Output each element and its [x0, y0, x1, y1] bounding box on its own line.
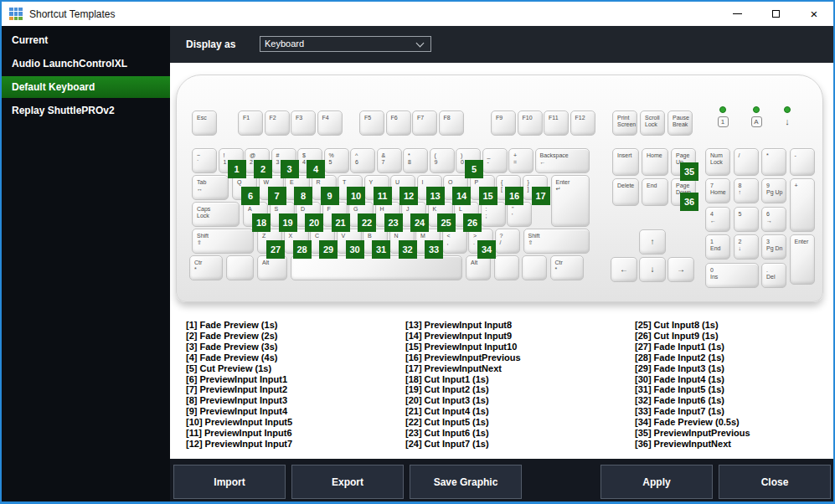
key-arrow-down[interactable]: ↓	[639, 257, 666, 282]
key-numpad-enter[interactable]: Enter	[790, 234, 815, 285]
key-arrow-right[interactable]: →	[667, 257, 694, 282]
key-o[interactable]: O14	[443, 175, 468, 200]
key-f10[interactable]: F10	[518, 111, 543, 136]
key-quote[interactable]: "'	[507, 202, 532, 227]
key-7[interactable]: &7	[377, 148, 402, 173]
key-menu[interactable]	[522, 255, 547, 280]
key-win-left[interactable]	[226, 255, 254, 280]
key-d[interactable]: D20	[296, 202, 321, 227]
key-f1[interactable]: F1	[238, 111, 263, 136]
key-enter[interactable]: Enter↵	[551, 175, 590, 227]
key-num-lock[interactable]: NumLock	[705, 148, 730, 176]
key-caps-lock[interactable]: CapsLock	[192, 202, 240, 227]
key-numpad-1[interactable]: 1End	[705, 234, 730, 260]
key-f11[interactable]: F11	[544, 111, 569, 136]
key-1[interactable]: !11	[219, 148, 244, 173]
key-e[interactable]: E8	[285, 175, 310, 200]
key-f8[interactable]: F8	[439, 111, 464, 136]
key-page-up[interactable]: PageUp35	[671, 148, 696, 176]
key-esc[interactable]: Esc	[192, 111, 217, 136]
key-n[interactable]: N32	[389, 229, 415, 254]
key-g[interactable]: G22	[348, 202, 374, 227]
key-equals[interactable]: +=	[508, 148, 533, 173]
close-button[interactable]: ×	[795, 2, 833, 26]
sidebar-item-default-keyboard[interactable]: Default Keyboard	[2, 76, 170, 98]
maximize-button[interactable]	[756, 2, 795, 26]
key-arrow-up[interactable]: ↑	[639, 229, 666, 255]
key-delete[interactable]: Delete	[612, 178, 639, 206]
key-scroll-lock[interactable]: ScrollLock	[640, 111, 665, 136]
export-button[interactable]: Export	[291, 465, 404, 499]
key-backspace[interactable]: Backspace←	[535, 148, 590, 173]
key-f9[interactable]: F9	[491, 111, 516, 136]
key-f6[interactable]: F6	[386, 111, 411, 136]
key-f7[interactable]: F7	[412, 111, 437, 136]
key-t[interactable]: T10	[338, 175, 363, 200]
key-f3[interactable]: F3	[291, 111, 316, 136]
key-tab[interactable]: Tab↔	[192, 175, 229, 200]
key-9[interactable]: (9	[430, 148, 455, 173]
key-s[interactable]: S19	[270, 202, 295, 227]
save-graphic-button[interactable]: Save Graphic	[410, 465, 522, 499]
key-l[interactable]: L26	[454, 202, 479, 227]
key-end[interactable]: End	[642, 178, 668, 206]
key-shift-right[interactable]: Shift⇧	[523, 229, 590, 254]
key-numpad-4[interactable]: 4←	[705, 207, 730, 232]
key-i[interactable]: I13	[417, 175, 442, 200]
key-b[interactable]: B31	[363, 229, 388, 254]
key-0[interactable]: )05	[456, 148, 481, 173]
key-page-down[interactable]: PageDown36	[671, 178, 696, 206]
minimize-button[interactable]	[718, 2, 756, 26]
key-m[interactable]: M33	[415, 229, 441, 254]
key-ctrl-right[interactable]: Ctr*	[550, 255, 584, 280]
key-k[interactable]: K25	[428, 202, 453, 227]
key-x[interactable]: X28	[284, 229, 309, 254]
key-insert[interactable]: Insert	[612, 148, 639, 176]
key-numpad-9[interactable]: 9Pg Up	[761, 178, 786, 203]
key-ctrl-left[interactable]: Ctr*	[189, 255, 223, 280]
key-h[interactable]: H23	[375, 202, 400, 227]
key-bracket-right[interactable]: }]17	[523, 175, 548, 200]
key-numpad-7[interactable]: 7Home	[705, 178, 730, 203]
key-alt-left[interactable]: Alt	[257, 255, 287, 280]
key-v[interactable]: V30	[337, 229, 362, 254]
key-a[interactable]: A18	[243, 202, 268, 227]
key-w[interactable]: W7	[259, 175, 284, 200]
key-p[interactable]: P15	[470, 175, 495, 200]
key-win-right[interactable]	[494, 255, 519, 280]
key-4[interactable]: $44	[297, 148, 322, 173]
key-bracket-left[interactable]: {[16	[496, 175, 521, 200]
key-grave[interactable]: ~`	[192, 148, 217, 173]
key-space[interactable]	[291, 255, 462, 280]
key-numpad-subtract[interactable]: -	[790, 148, 815, 176]
key-y[interactable]: Y11	[364, 175, 389, 200]
key-numpad-3[interactable]: 3Pg Dn	[761, 234, 786, 260]
key-numpad-multiply[interactable]: *	[761, 148, 786, 176]
key-slash[interactable]: ?/	[495, 229, 520, 254]
key-semicolon[interactable]: :;	[481, 202, 506, 227]
key-r[interactable]: R9	[312, 175, 337, 200]
key-comma[interactable]: <,	[442, 229, 467, 254]
key-print-screen[interactable]: PrintScreen	[612, 111, 637, 136]
display-as-dropdown[interactable]: Keyboard	[260, 36, 431, 52]
close-button[interactable]: Close	[719, 465, 831, 499]
key-pause-break[interactable]: PauseBreak	[667, 111, 693, 136]
key-j[interactable]: J24	[401, 202, 426, 227]
key-q[interactable]: Q6	[232, 175, 257, 200]
key-3[interactable]: #33	[271, 148, 296, 173]
key-u[interactable]: U12	[390, 175, 415, 200]
key-z[interactable]: Z27	[257, 229, 282, 254]
key-f12[interactable]: F12	[570, 111, 595, 136]
key-minus[interactable]: _-	[482, 148, 508, 173]
apply-button[interactable]: Apply	[600, 465, 713, 499]
key-numpad-divide[interactable]: /	[734, 148, 759, 176]
key-numpad-8[interactable]: 8↑	[734, 178, 759, 203]
sidebar-item-audio-launchcontrolxl[interactable]: Audio LaunchControlXL	[2, 53, 170, 75]
key-numpad-0[interactable]: 0Ins	[705, 263, 759, 288]
key-numpad-2[interactable]: 2↓	[734, 234, 759, 260]
key-5[interactable]: %5	[324, 148, 349, 173]
key-numpad-5[interactable]: 5	[734, 207, 759, 232]
key-8[interactable]: *8	[403, 148, 428, 173]
key-alt-right[interactable]: Alt	[466, 255, 491, 280]
key-numpad-6[interactable]: 6→	[761, 207, 786, 232]
